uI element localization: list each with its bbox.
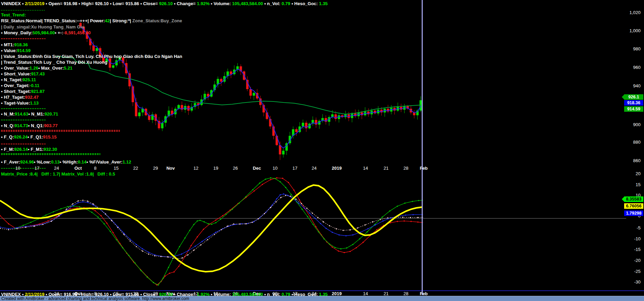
axis-tick-label: -5	[620, 225, 641, 230]
text-segment: 1.12	[123, 159, 131, 165]
overlay-line: • Taget-Value:1.13	[1, 100, 39, 106]
crosshair-cursor-line[interactable]	[422, 0, 423, 295]
text-segment: 0.79	[282, 292, 290, 296]
text-segment: • Over_Value:	[1, 65, 29, 71]
axis-tick-label: 1,000	[620, 28, 641, 33]
overlay-line: • N_M:914.63• N_M1:920.71	[1, 111, 58, 117]
text-segment: 903.77	[44, 123, 58, 128]
overlay-line: • Money_Daily:505,984.00• +-:-8,591,456.…	[1, 30, 91, 35]
separator-line	[1, 38, 46, 39]
text-segment: • MT1:	[1, 42, 14, 47]
separator-line	[1, 144, 46, 144]
text-segment: • %F/Value_Aver:	[86, 159, 122, 165]
text-segment: • F_Q1:	[28, 134, 43, 140]
axis-tick-label: 1,020	[620, 10, 641, 15]
overlay-line: • N_Taget:925.11	[1, 77, 36, 82]
date-label: 15	[114, 166, 119, 171]
overlay-line: • Over_Value:1.26• Max_Over:5.21	[1, 65, 73, 71]
indicator-red-line	[0, 177, 423, 286]
axis-tick-label: 980	[620, 46, 641, 51]
text-segment: 924.96	[20, 159, 34, 165]
text-segment: 105,483,584.00	[232, 1, 263, 6]
text-segment: • n_Vol:	[263, 1, 282, 6]
overlay-line: • H7_Taget:932.47	[1, 95, 39, 100]
text-segment: • Volume:	[210, 1, 232, 6]
text-segment: • Heso_Goc:	[290, 1, 319, 6]
badge-arrow-icon	[622, 197, 624, 202]
overlay-line: | Value_Status:Đinh Gia Suy Giam, Tich L…	[1, 54, 182, 59]
price-badge: 918.36	[624, 100, 643, 106]
text-segment: • N_M:	[1, 111, 15, 117]
status-bar: Created with AmiBroker - advanced charti…	[0, 296, 644, 301]
text-segment: 914.59	[17, 48, 30, 53]
clipped-panel-title: VNINDEX • 2/11/2019 • Open= 916.98 • Hig…	[1, 292, 481, 296]
text-segment: 926.10	[159, 1, 173, 6]
price-badge: 914.59	[624, 106, 643, 112]
text-segment: • Short_Value:	[1, 71, 31, 76]
text-segment: 1.26	[29, 65, 38, 71]
overlay-line: • Short_Value:917.43	[1, 71, 45, 76]
text-segment: 2/11/2019	[25, 292, 45, 296]
text-segment: • N_M1:	[28, 111, 45, 117]
text-segment: 932.47	[25, 95, 39, 100]
text-segment: 920.71	[45, 111, 58, 117]
axis-tick-label: -20	[620, 258, 641, 263]
text-segment: -0.11	[29, 83, 39, 88]
text-segment: • Change=	[173, 292, 197, 296]
badge-arrow-icon	[622, 95, 624, 99]
overlay-line: • F_M:926.14• F_M1:932.30	[1, 147, 57, 152]
text-segment: VNINDEX	[1, 292, 22, 296]
text-segment: 5.21	[64, 65, 72, 71]
date-label: 26	[233, 166, 238, 171]
axis-tick-label: 20	[620, 171, 641, 176]
text-segment: • H7_Taget:	[1, 95, 25, 100]
axis-tick-label: 940	[620, 83, 641, 88]
date-label: 22	[133, 166, 138, 171]
date-label: Oct	[74, 166, 82, 171]
date-label: Dec	[253, 166, 261, 171]
indicator-yellow-line	[0, 185, 422, 272]
overlay-line: | Daily_singal:Xu Huong Tang_Nam Giu	[1, 24, 84, 29]
overlay-line: | Trend_Status:Tich Luy _ Cho Thay Đôi X…	[1, 60, 107, 65]
overlay-line: • N_Q:914.73• N_Q1:903.77	[1, 123, 58, 128]
overlay-line: • MT1:918.36	[1, 42, 28, 47]
text-segment: -8,591,456.00	[63, 30, 90, 35]
date-label: 17	[293, 166, 297, 171]
chart-canvas[interactable]	[0, 0, 644, 301]
text-segment: • N_Taget:	[1, 77, 23, 82]
text-segment: 0.13	[51, 159, 60, 165]
date-label: Feb	[420, 166, 428, 171]
text-segment: • Open= 916.98 • High= 926.10 • Low= 915…	[45, 292, 159, 296]
text-segment: • F_M1:	[28, 147, 44, 152]
text-segment: 1.92%	[197, 1, 210, 6]
text-segment: • +-:	[55, 30, 63, 35]
separator-line	[1, 154, 100, 155]
price-badge: 6.76056	[624, 203, 643, 209]
text-segment: • Money_Daily:	[1, 30, 33, 35]
axis-tick-label: -15	[620, 247, 641, 252]
axis-tick-label: 15	[620, 182, 641, 187]
axis-tick-label: -10	[620, 236, 641, 241]
text-segment: | Daily_singal:Xu Huong Tang_Nam Giu	[1, 24, 84, 29]
overlay-line: • Over_Taget:-0.11	[1, 83, 39, 88]
date-label: Nov	[166, 166, 175, 171]
overlay-line: • Short_Taget:921.87	[1, 89, 45, 94]
text-segment: 918.36	[14, 42, 28, 47]
date-label: 29	[153, 166, 158, 171]
date-label: 17	[35, 166, 39, 171]
separator-line	[1, 153, 100, 154]
matrix-indicator-title: Matrix_Price :8.4| Diff : 1.7| Matrix_Vo…	[1, 171, 115, 177]
text-segment: •	[22, 1, 25, 6]
overlay-line: • F_Aver:924.96• %Low:0.13• %High:0.14• …	[1, 159, 131, 165]
text-segment: Zone_Status:Buy_Zone	[132, 18, 182, 23]
text-segment: 0.14	[78, 159, 86, 165]
axis-tick-label: 900	[620, 122, 641, 127]
text-segment: 2/11/2019	[25, 1, 45, 6]
text-segment: 926.24	[14, 134, 28, 140]
text-segment: 505,984.00	[33, 30, 55, 35]
price-badge: 1.79298	[624, 210, 643, 216]
text-segment: 925.11	[23, 77, 36, 82]
text-segment: 914.63	[15, 111, 28, 117]
text-segment: • F_Aver:	[1, 159, 20, 165]
axis-tick-label: 860	[620, 158, 641, 163]
